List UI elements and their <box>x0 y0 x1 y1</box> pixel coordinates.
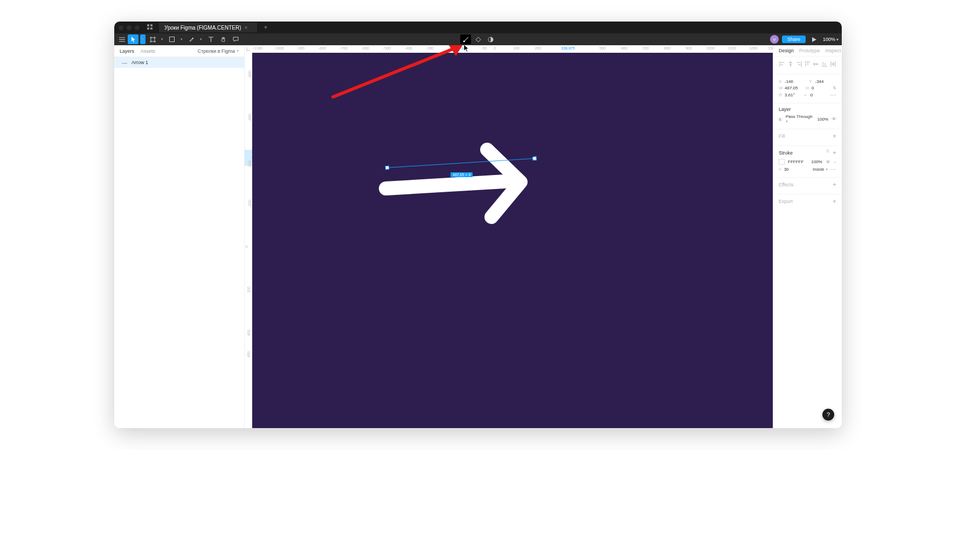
chevron-down-icon: ▾ <box>237 48 239 53</box>
align-bottom-icon[interactable] <box>821 61 828 67</box>
remove-stroke-icon[interactable]: − <box>834 159 836 165</box>
frame-tool-chevron-icon[interactable]: ▾ <box>160 34 165 44</box>
align-right-icon[interactable] <box>796 61 802 67</box>
stroke-color[interactable]: FFFFFF <box>788 159 808 164</box>
pen-tool[interactable] <box>186 34 197 44</box>
move-tool[interactable] <box>128 34 138 44</box>
canvas-frame[interactable]: 487.05 × 0 <box>252 53 773 428</box>
add-stroke-icon[interactable]: + <box>833 149 836 157</box>
ruler-corner[interactable] <box>245 45 252 53</box>
toolbar: ▾ ▾ ▾ ▾ <box>114 33 842 45</box>
blend-mode[interactable]: Pass Through ▾ <box>786 114 814 124</box>
svg-rect-4 <box>170 37 175 42</box>
chevron-down-icon: ▾ <box>836 37 839 42</box>
close-tab-icon[interactable]: × <box>245 25 248 31</box>
svg-rect-2 <box>147 27 149 30</box>
stroke-weight[interactable]: 30 <box>784 167 810 172</box>
stroke-section: Stroke ⠿ + FFFFFF 100% 👁 − ≡ 30 Insi <box>773 146 842 178</box>
layer-opacity[interactable]: 100% <box>818 117 828 122</box>
traffic-close[interactable] <box>119 25 123 30</box>
move-tool-chevron-icon[interactable]: ▾ <box>140 34 146 44</box>
stroke-opacity[interactable]: 100% <box>811 159 822 164</box>
window-controls[interactable] <box>119 25 140 30</box>
stroke-style-icon[interactable]: ⠿ <box>826 149 829 157</box>
body: Layers Assets Стрелки в Figma ▾ — Arrow … <box>114 45 842 428</box>
svg-rect-3 <box>150 27 153 30</box>
arrow-shape[interactable] <box>380 128 542 211</box>
pos-y[interactable]: -344 <box>815 79 837 84</box>
traffic-max[interactable] <box>135 25 140 30</box>
dimension-label: 487.05 × 0 <box>451 172 473 177</box>
svg-line-6 <box>333 48 454 97</box>
tab-inspect[interactable]: Inspect <box>826 48 841 53</box>
more-icon[interactable]: ··· <box>830 92 836 98</box>
new-tab-button[interactable]: + <box>264 24 267 31</box>
arrow-layer-icon: — <box>122 60 127 66</box>
constrain-icon[interactable]: ⇅ <box>833 86 836 90</box>
add-fill-icon[interactable]: + <box>833 132 836 140</box>
svg-rect-1 <box>150 24 153 26</box>
svg-rect-0 <box>147 24 149 26</box>
page-selector[interactable]: Стрелки в Figma ▾ <box>198 48 239 54</box>
align-hcenter-icon[interactable] <box>787 61 794 67</box>
rotation[interactable]: 3.61° <box>785 93 801 97</box>
play-button[interactable] <box>809 34 820 44</box>
component-tool[interactable] <box>473 34 483 44</box>
fill-section: Fill + <box>773 129 842 146</box>
export-section: Export + <box>773 194 842 211</box>
toolbar-right: V Share 100% ▾ <box>770 34 839 44</box>
help-button[interactable]: ? <box>822 409 834 421</box>
distribute-icon[interactable] <box>830 61 836 67</box>
left-panel: Layers Assets Стрелки в Figma ▾ — Arrow … <box>114 45 245 428</box>
stroke-swatch[interactable] <box>779 159 785 165</box>
stroke-visibility-icon[interactable]: 👁 <box>826 159 830 165</box>
menu-button[interactable] <box>117 34 126 44</box>
mask-tool[interactable] <box>485 34 496 44</box>
stroke-more-icon[interactable]: ··· <box>830 166 836 172</box>
right-panel: Design Prototype Inspect X-146 <box>773 45 842 428</box>
layer-section: Layer ◐ Pass Through ▾ 100% 👁 <box>773 103 842 129</box>
tab-assets[interactable]: Assets <box>141 48 155 54</box>
toolbar-left: ▾ ▾ ▾ ▾ <box>117 34 241 44</box>
add-effect-icon[interactable]: + <box>833 181 836 188</box>
add-export-icon[interactable]: + <box>833 198 836 205</box>
width[interactable]: 487.05 <box>785 86 802 90</box>
zoom-level[interactable]: 100% ▾ <box>823 37 839 42</box>
effects-section: Effects + <box>773 178 842 194</box>
frame-tool[interactable] <box>147 34 158 44</box>
shape-tool-chevron-icon[interactable]: ▾ <box>179 34 184 44</box>
corner-radius[interactable]: 0 <box>810 93 827 97</box>
file-tab[interactable]: Уроки Figma (FIGMA.CENTER) × <box>159 23 257 32</box>
titlebar: Уроки Figma (FIGMA.CENTER) × + <box>114 22 842 33</box>
canvas[interactable]: -1100 -1000 -900 -800 -700 -600 -500 -40… <box>245 45 773 428</box>
layer-label: Arrow 1 <box>131 60 148 65</box>
align-vcenter-icon[interactable] <box>813 61 819 67</box>
comment-tool[interactable] <box>230 34 241 44</box>
pos-x[interactable]: -146 <box>785 79 806 84</box>
tab-layers[interactable]: Layers <box>120 48 134 54</box>
home-icon[interactable] <box>147 24 153 31</box>
tab-prototype[interactable]: Prototype <box>799 48 820 53</box>
visibility-icon[interactable]: 👁 <box>832 116 836 122</box>
align-left-icon[interactable] <box>779 61 785 67</box>
toolbar-center <box>460 34 496 44</box>
figma-window: Уроки Figma (FIGMA.CENTER) × + ▾ ▾ ▾ <box>114 22 842 428</box>
height[interactable]: 0 <box>812 86 829 90</box>
traffic-min[interactable] <box>127 25 131 30</box>
stroke-align[interactable]: Inside ▾ <box>813 167 828 172</box>
right-panel-tabs: Design Prototype Inspect <box>773 45 842 57</box>
share-button[interactable]: Share <box>782 36 806 43</box>
edit-object-tool[interactable] <box>460 34 471 44</box>
user-avatar[interactable]: V <box>770 35 779 44</box>
tab-design[interactable]: Design <box>779 48 794 53</box>
text-tool[interactable] <box>205 34 216 44</box>
align-top-icon[interactable] <box>804 61 810 67</box>
shape-tool[interactable] <box>167 34 177 44</box>
hand-tool[interactable] <box>218 34 228 44</box>
ruler-vertical: -800 -600 -378.337 -344 -200 0 200 400 4… <box>245 53 252 428</box>
geometry-section: X-146 Y-344 W487.05 H0 ⇅ ⟳3.61° ⌐0 ··· <box>773 74 842 103</box>
layer-row[interactable]: — Arrow 1 <box>114 57 244 68</box>
left-panel-tabs: Layers Assets Стрелки в Figma ▾ <box>114 45 244 57</box>
rotation-icon: ⟳ <box>779 93 783 97</box>
pen-tool-chevron-icon[interactable]: ▾ <box>198 34 204 44</box>
